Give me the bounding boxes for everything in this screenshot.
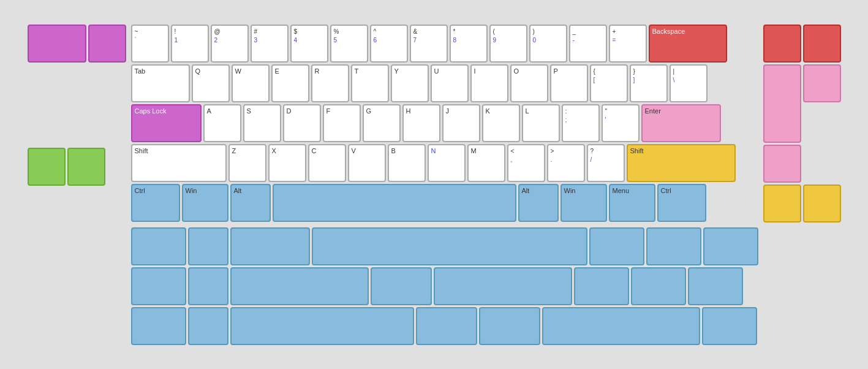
key-0[interactable]: )0 [529, 25, 567, 63]
extra3-k4[interactable] [416, 307, 477, 345]
key-minus[interactable]: _- [569, 25, 607, 63]
sidebar-green2[interactable] [67, 148, 105, 186]
key-backslash[interactable]: |\ [670, 64, 708, 102]
sidebar-green1[interactable] [28, 148, 66, 186]
key-v[interactable]: V [348, 144, 386, 182]
extra2-k1[interactable] [131, 267, 186, 305]
key-enter[interactable]: Enter [641, 104, 721, 142]
key-p[interactable]: P [550, 64, 588, 102]
key-a[interactable]: A [203, 104, 241, 142]
key-9[interactable]: (9 [489, 25, 527, 63]
key-8[interactable]: *8 [450, 25, 488, 63]
key-i[interactable]: I [470, 64, 508, 102]
key-m[interactable]: M [467, 144, 505, 182]
extra2-k8[interactable] [688, 267, 743, 305]
key-w[interactable]: W [232, 64, 270, 102]
sidebar-key-1[interactable] [28, 25, 86, 63]
key-comma[interactable]: <, [507, 144, 545, 182]
key-tab[interactable]: Tab [131, 64, 190, 102]
key-g[interactable]: G [363, 104, 401, 142]
key-u[interactable]: U [431, 64, 469, 102]
key-ctrl-r[interactable]: Ctrl [657, 184, 706, 222]
key-quote[interactable]: "' [602, 104, 640, 142]
np-yellow2[interactable] [803, 184, 841, 223]
key-o[interactable]: O [510, 64, 548, 102]
key-backspace[interactable]: Backspace [649, 25, 727, 63]
key-2[interactable]: @2 [211, 25, 249, 63]
key-b[interactable]: B [388, 144, 426, 182]
extra3-k2[interactable] [188, 307, 228, 345]
key-alt-r[interactable]: Alt [518, 184, 559, 222]
key-z[interactable]: Z [228, 144, 266, 182]
key-6[interactable]: ^6 [370, 25, 408, 63]
extra3-k3[interactable] [230, 307, 414, 345]
extra1-k4[interactable] [589, 227, 644, 265]
key-y[interactable]: Y [391, 64, 429, 102]
extra1-k5[interactable] [646, 227, 701, 265]
keyboard-layout: ~` !1 @2 #3 $4 %5 ^6 &7 *8 (9 )0 _- += B… [18, 15, 851, 355]
key-q[interactable]: Q [192, 64, 230, 102]
extra3-k7[interactable] [702, 307, 757, 345]
extra1-space[interactable] [312, 227, 587, 265]
key-slash[interactable]: ?/ [587, 144, 625, 182]
row-qwerty: Tab Q W E R T Y U I O P {[ }] |\ [131, 64, 758, 102]
extra2-k7[interactable] [631, 267, 686, 305]
key-l[interactable]: L [522, 104, 560, 142]
key-3[interactable]: #3 [251, 25, 289, 63]
key-rbracket[interactable]: }] [630, 64, 668, 102]
extra3-k5[interactable] [479, 307, 540, 345]
key-5[interactable]: %5 [330, 25, 368, 63]
key-j[interactable]: J [442, 104, 480, 142]
np-yellow1[interactable] [763, 184, 801, 223]
key-h[interactable]: H [402, 104, 440, 142]
extra2-k2[interactable] [188, 267, 228, 305]
key-win-l[interactable]: Win [182, 184, 228, 222]
key-shift-l[interactable]: Shift [131, 144, 227, 182]
left-sidebar [28, 25, 126, 345]
key-f[interactable]: F [323, 104, 361, 142]
key-capslock[interactable]: Caps Lock [131, 104, 202, 142]
key-n[interactable]: N [428, 144, 466, 182]
key-ctrl-l[interactable]: Ctrl [131, 184, 180, 222]
key-r[interactable]: R [311, 64, 349, 102]
np-pink3[interactable] [763, 145, 801, 183]
key-1[interactable]: !1 [171, 25, 209, 63]
key-7[interactable]: &7 [410, 25, 448, 63]
key-c[interactable]: C [308, 144, 346, 182]
left-sidebar-row1 [28, 25, 126, 63]
key-menu[interactable]: Menu [609, 184, 655, 222]
key-alt-l[interactable]: Alt [230, 184, 271, 222]
numpad-row2 [763, 145, 841, 183]
key-k[interactable]: K [482, 104, 520, 142]
np-pink1[interactable] [763, 64, 801, 143]
key-equal[interactable]: += [609, 25, 647, 63]
extra3-k1[interactable] [131, 307, 186, 345]
np-red1[interactable] [763, 25, 801, 63]
extra1-k1[interactable] [131, 227, 186, 265]
key-d[interactable]: D [283, 104, 321, 142]
extra2-k4[interactable] [371, 267, 432, 305]
extra1-k3[interactable] [230, 227, 310, 265]
sidebar-key-2[interactable] [88, 25, 126, 63]
extra2-k3[interactable] [230, 267, 369, 305]
key-s[interactable]: S [243, 104, 281, 142]
key-t[interactable]: T [351, 64, 389, 102]
key-lbracket[interactable]: {[ [590, 64, 628, 102]
key-semicolon[interactable]: :; [562, 104, 600, 142]
np-red2[interactable] [803, 25, 841, 63]
np-pink2[interactable] [803, 64, 841, 102]
extra1-k2[interactable] [188, 227, 228, 265]
key-period[interactable]: >. [547, 144, 585, 182]
key-e[interactable]: E [271, 64, 309, 102]
row-extra2 [131, 267, 758, 305]
key-shift-r[interactable]: Shift [627, 144, 736, 182]
key-4[interactable]: $4 [290, 25, 328, 63]
key-space[interactable] [273, 184, 516, 222]
extra1-k6[interactable] [703, 227, 758, 265]
extra2-k5[interactable] [434, 267, 572, 305]
key-grave[interactable]: ~` [131, 25, 169, 63]
key-x[interactable]: X [268, 144, 306, 182]
key-win-r[interactable]: Win [560, 184, 607, 222]
extra3-k6[interactable] [542, 307, 700, 345]
extra2-k6[interactable] [574, 267, 629, 305]
